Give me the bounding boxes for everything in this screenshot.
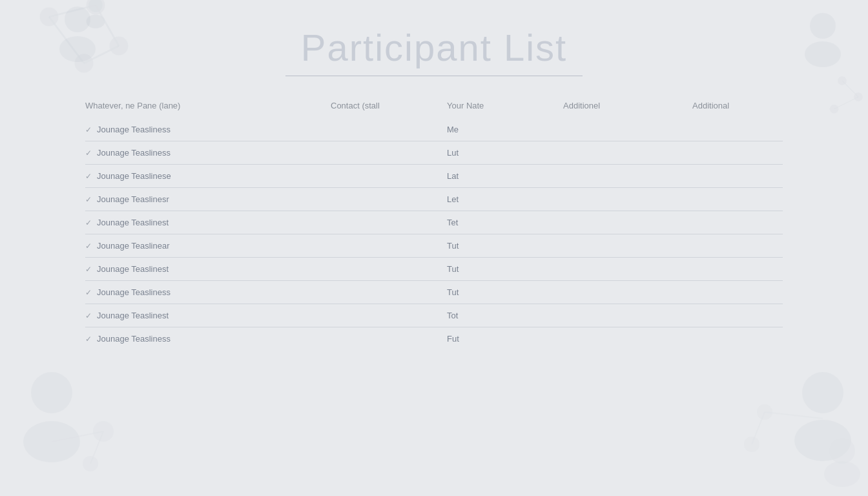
main-content: Participant List Whatever, ne Pane (lane…	[0, 0, 868, 350]
svg-line-26	[752, 412, 765, 444]
check-icon: ✓	[85, 172, 92, 181]
svg-point-14	[31, 372, 72, 413]
table-row: ✓ Jounage Teaslinear Tut	[85, 234, 783, 258]
nate-value: Tut	[447, 241, 459, 251]
row-name-cell: ✓ Jounage Teasliness	[85, 148, 331, 158]
check-icon: ✓	[85, 195, 92, 204]
table-body: ✓ Jounage Teasliness Me ✓ Jounage Teasli…	[85, 118, 783, 350]
row-nate-cell: Fut	[447, 334, 563, 344]
participant-name: Jounage Teaslinest	[97, 264, 169, 274]
nate-value: Tut	[447, 264, 459, 274]
row-name-cell: ✓ Jounage Teasliness	[85, 287, 331, 297]
table-row: ✓ Jounage Teaslinest Tut	[85, 258, 783, 281]
participant-name: Jounage Teaslinear	[97, 241, 170, 251]
participant-name: Jounage Teasliness	[97, 334, 170, 344]
table-row: ✓ Jounage Teaslinest Tot	[85, 304, 783, 327]
check-icon: ✓	[85, 125, 92, 134]
page-title: Participant List	[301, 26, 567, 69]
nate-value: Tut	[447, 287, 459, 297]
table-row: ✓ Jounage Teasliness Me	[85, 118, 783, 141]
row-name-cell: ✓ Jounage Teaslinest	[85, 311, 331, 320]
table-row: ✓ Jounage Teasliness Lut	[85, 141, 783, 165]
header-your-nate: Your Nate	[447, 101, 563, 110]
title-divider	[285, 76, 583, 76]
check-icon: ✓	[85, 335, 92, 344]
row-nate-cell: Lut	[447, 148, 563, 158]
row-name-cell: ✓ Jounage Teasliness	[85, 334, 331, 344]
row-nate-cell: Tut	[447, 241, 563, 251]
nate-value: Lut	[447, 148, 459, 158]
row-nate-cell: Lat	[447, 171, 563, 181]
participant-name: Jounage Teasliness	[97, 287, 170, 297]
header-contact: Contact (stall	[331, 101, 447, 110]
participant-name: Jounage Teasliness	[97, 148, 170, 158]
row-nate-cell: Tet	[447, 218, 563, 227]
participant-name: Jounage Teaslinest	[97, 218, 169, 227]
nate-value: Lat	[447, 171, 459, 181]
check-icon: ✓	[85, 288, 92, 297]
row-nate-cell: Tot	[447, 311, 563, 320]
table-row: ✓ Jounage Teaslinese Lat	[85, 165, 783, 188]
svg-point-22	[829, 438, 855, 464]
check-icon: ✓	[85, 242, 92, 251]
participant-table: Whatever, ne Pane (lane) Contact (stall …	[79, 96, 789, 350]
check-icon: ✓	[85, 218, 92, 227]
row-name-cell: ✓ Jounage Teaslinest	[85, 218, 331, 227]
row-nate-cell: Me	[447, 125, 563, 134]
header-additional2: Additional	[692, 101, 796, 110]
participant-name: Jounage Teaslinest	[97, 311, 169, 320]
svg-point-20	[802, 372, 843, 413]
table-row: ✓ Jounage Teasliness Fut	[85, 327, 783, 350]
nate-value: Tet	[447, 218, 458, 227]
row-name-cell: ✓ Jounage Teaslinese	[85, 171, 331, 181]
row-nate-cell: Let	[447, 194, 563, 204]
row-name-cell: ✓ Jounage Teaslinear	[85, 241, 331, 251]
table-header: Whatever, ne Pane (lane) Contact (stall …	[85, 96, 783, 116]
nate-value: Fut	[447, 334, 459, 344]
participant-name: Jounage Teaslinese	[97, 171, 171, 181]
header-additional1: Additionel	[563, 101, 692, 110]
table-row: ✓ Jounage Teaslinesr Let	[85, 188, 783, 211]
participant-name: Jounage Teaslinesr	[97, 194, 169, 204]
svg-line-27	[765, 412, 823, 418]
nate-value: Let	[447, 194, 459, 204]
check-icon: ✓	[85, 311, 92, 320]
row-name-cell: ✓ Jounage Teaslinesr	[85, 194, 331, 204]
nate-value: Me	[447, 125, 459, 134]
participant-name: Jounage Teasliness	[97, 125, 170, 134]
header-name: Whatever, ne Pane (lane)	[85, 101, 331, 110]
row-nate-cell: Tut	[447, 264, 563, 274]
svg-point-23	[824, 461, 860, 487]
check-icon: ✓	[85, 265, 92, 274]
row-name-cell: ✓ Jounage Teasliness	[85, 125, 331, 134]
table-row: ✓ Jounage Teasliness Tut	[85, 281, 783, 304]
row-name-cell: ✓ Jounage Teaslinest	[85, 264, 331, 274]
check-icon: ✓	[85, 149, 92, 158]
row-nate-cell: Tut	[447, 287, 563, 297]
table-row: ✓ Jounage Teaslinest Tet	[85, 211, 783, 234]
nate-value: Tot	[447, 311, 458, 320]
